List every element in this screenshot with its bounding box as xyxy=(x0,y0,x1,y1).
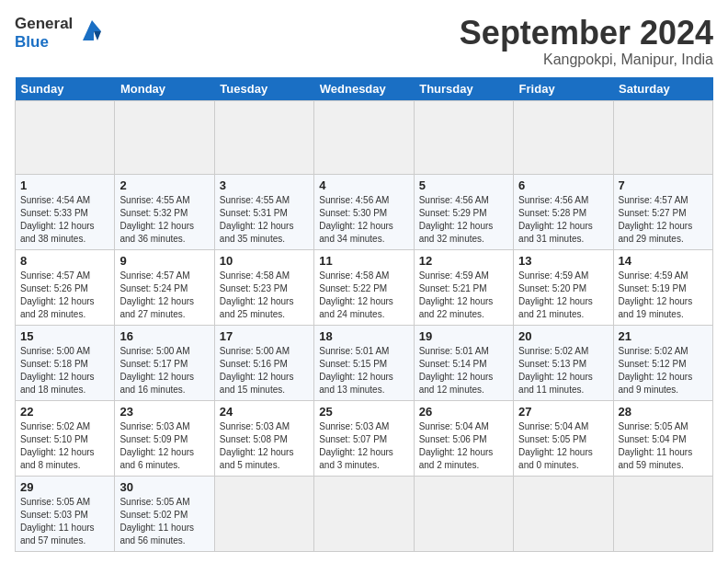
day-info: Sunrise: 4:59 AM Sunset: 5:20 PM Dayligh… xyxy=(518,270,608,321)
col-sunday: Sunday xyxy=(16,77,115,101)
calendar-cell xyxy=(613,100,712,174)
calendar-cell xyxy=(16,100,115,174)
logo-icon xyxy=(75,15,108,48)
day-number: 12 xyxy=(419,254,508,268)
day-info: Sunrise: 5:05 AM Sunset: 5:03 PM Dayligh… xyxy=(20,496,109,547)
day-info: Sunrise: 4:55 AM Sunset: 5:31 PM Dayligh… xyxy=(220,194,309,246)
svg-marker-1 xyxy=(94,31,101,40)
calendar-cell xyxy=(414,476,513,551)
day-number: 28 xyxy=(619,405,708,419)
day-number: 2 xyxy=(119,178,209,192)
day-number: 1 xyxy=(20,178,109,192)
day-info: Sunrise: 4:57 AM Sunset: 5:26 PM Dayligh… xyxy=(20,270,109,321)
calendar-cell: 1 Sunrise: 4:54 AM Sunset: 5:33 PM Dayli… xyxy=(16,174,115,249)
calendar: Sunday Monday Tuesday Wednesday Thursday… xyxy=(15,77,713,552)
calendar-cell: 8 Sunrise: 4:57 AM Sunset: 5:26 PM Dayli… xyxy=(16,249,115,325)
calendar-cell: 2 Sunrise: 4:55 AM Sunset: 5:32 PM Dayli… xyxy=(115,174,214,249)
day-number: 27 xyxy=(518,405,608,419)
calendar-cell: 12 Sunrise: 4:59 AM Sunset: 5:21 PM Dayl… xyxy=(414,249,513,325)
day-number: 8 xyxy=(20,254,109,268)
day-info: Sunrise: 5:03 AM Sunset: 5:07 PM Dayligh… xyxy=(319,420,408,472)
calendar-cell: 5 Sunrise: 4:56 AM Sunset: 5:29 PM Dayli… xyxy=(414,174,513,249)
calendar-cell: 28 Sunrise: 5:05 AM Sunset: 5:04 PM Dayl… xyxy=(613,400,712,476)
col-monday: Monday xyxy=(115,77,214,101)
day-number: 23 xyxy=(119,405,209,419)
calendar-cell: 13 Sunrise: 4:59 AM Sunset: 5:20 PM Dayl… xyxy=(514,249,613,325)
day-number: 26 xyxy=(419,405,508,419)
day-number: 13 xyxy=(518,254,608,268)
day-number: 4 xyxy=(319,178,408,192)
calendar-cell xyxy=(214,476,313,551)
day-info: Sunrise: 4:56 AM Sunset: 5:29 PM Dayligh… xyxy=(419,194,508,246)
calendar-cell: 30 Sunrise: 5:05 AM Sunset: 5:02 PM Dayl… xyxy=(115,476,214,551)
day-number: 10 xyxy=(220,254,309,268)
calendar-cell: 7 Sunrise: 4:57 AM Sunset: 5:27 PM Dayli… xyxy=(613,174,712,249)
day-number: 18 xyxy=(319,329,408,343)
day-info: Sunrise: 5:01 AM Sunset: 5:15 PM Dayligh… xyxy=(319,345,408,396)
day-info: Sunrise: 5:05 AM Sunset: 5:04 PM Dayligh… xyxy=(619,420,708,472)
day-info: Sunrise: 4:57 AM Sunset: 5:27 PM Dayligh… xyxy=(619,194,708,246)
day-number: 16 xyxy=(119,329,209,343)
day-number: 15 xyxy=(20,329,109,343)
calendar-cell: 6 Sunrise: 4:56 AM Sunset: 5:28 PM Dayli… xyxy=(514,174,613,249)
calendar-cell: 16 Sunrise: 5:00 AM Sunset: 5:17 PM Dayl… xyxy=(115,325,214,400)
logo-text-blue: Blue xyxy=(15,33,73,52)
day-info: Sunrise: 5:02 AM Sunset: 5:10 PM Dayligh… xyxy=(20,420,109,472)
col-wednesday: Wednesday xyxy=(314,77,414,101)
day-number: 30 xyxy=(119,480,209,494)
calendar-cell: 3 Sunrise: 4:55 AM Sunset: 5:31 PM Dayli… xyxy=(214,174,313,249)
calendar-cell: 20 Sunrise: 5:02 AM Sunset: 5:13 PM Dayl… xyxy=(514,325,613,400)
calendar-cell: 11 Sunrise: 4:58 AM Sunset: 5:22 PM Dayl… xyxy=(314,249,414,325)
day-info: Sunrise: 4:59 AM Sunset: 5:19 PM Dayligh… xyxy=(619,270,708,321)
calendar-cell xyxy=(613,476,712,551)
title-section: September 2024 Kangpokpi, Manipur, India xyxy=(460,15,713,68)
calendar-cell: 15 Sunrise: 5:00 AM Sunset: 5:18 PM Dayl… xyxy=(16,325,115,400)
calendar-cell: 17 Sunrise: 5:00 AM Sunset: 5:16 PM Dayl… xyxy=(214,325,313,400)
day-number: 6 xyxy=(518,178,608,192)
day-info: Sunrise: 5:00 AM Sunset: 5:16 PM Dayligh… xyxy=(220,345,309,396)
col-tuesday: Tuesday xyxy=(214,77,313,101)
header: General Blue September 2024 Kangpokpi, M… xyxy=(15,15,713,68)
day-info: Sunrise: 5:01 AM Sunset: 5:14 PM Dayligh… xyxy=(419,345,508,396)
calendar-cell: 19 Sunrise: 5:01 AM Sunset: 5:14 PM Dayl… xyxy=(414,325,513,400)
calendar-cell: 27 Sunrise: 5:04 AM Sunset: 5:05 PM Dayl… xyxy=(514,400,613,476)
calendar-cell xyxy=(514,100,613,174)
day-number: 17 xyxy=(220,329,309,343)
calendar-cell: 18 Sunrise: 5:01 AM Sunset: 5:15 PM Dayl… xyxy=(314,325,414,400)
day-info: Sunrise: 4:56 AM Sunset: 5:28 PM Dayligh… xyxy=(518,194,608,246)
day-info: Sunrise: 4:58 AM Sunset: 5:22 PM Dayligh… xyxy=(319,270,408,321)
calendar-cell: 23 Sunrise: 5:03 AM Sunset: 5:09 PM Dayl… xyxy=(115,400,214,476)
logo: General Blue xyxy=(15,15,108,51)
day-number: 25 xyxy=(319,405,408,419)
week-row-1 xyxy=(16,100,713,174)
day-number: 3 xyxy=(220,178,309,192)
col-saturday: Saturday xyxy=(613,77,712,101)
day-info: Sunrise: 5:05 AM Sunset: 5:02 PM Dayligh… xyxy=(119,496,209,547)
day-info: Sunrise: 4:58 AM Sunset: 5:23 PM Dayligh… xyxy=(220,270,309,321)
calendar-cell: 10 Sunrise: 4:58 AM Sunset: 5:23 PM Dayl… xyxy=(214,249,313,325)
day-number: 21 xyxy=(619,329,708,343)
page-container: General Blue September 2024 Kangpokpi, M… xyxy=(0,0,728,559)
calendar-cell xyxy=(214,100,313,174)
calendar-cell: 29 Sunrise: 5:05 AM Sunset: 5:03 PM Dayl… xyxy=(16,476,115,551)
calendar-cell: 24 Sunrise: 5:03 AM Sunset: 5:08 PM Dayl… xyxy=(214,400,313,476)
day-info: Sunrise: 5:04 AM Sunset: 5:05 PM Dayligh… xyxy=(518,420,608,472)
location: Kangpokpi, Manipur, India xyxy=(460,52,713,68)
calendar-cell: 21 Sunrise: 5:02 AM Sunset: 5:12 PM Dayl… xyxy=(613,325,712,400)
day-number: 9 xyxy=(119,254,209,268)
calendar-cell: 22 Sunrise: 5:02 AM Sunset: 5:10 PM Dayl… xyxy=(16,400,115,476)
calendar-cell xyxy=(314,100,414,174)
week-row-4: 15 Sunrise: 5:00 AM Sunset: 5:18 PM Dayl… xyxy=(16,325,713,400)
col-friday: Friday xyxy=(514,77,613,101)
week-row-6: 29 Sunrise: 5:05 AM Sunset: 5:03 PM Dayl… xyxy=(16,476,713,551)
day-info: Sunrise: 4:59 AM Sunset: 5:21 PM Dayligh… xyxy=(419,270,508,321)
day-info: Sunrise: 4:54 AM Sunset: 5:33 PM Dayligh… xyxy=(20,194,109,246)
calendar-cell xyxy=(514,476,613,551)
month-title: September 2024 xyxy=(460,15,713,52)
day-number: 22 xyxy=(20,405,109,419)
day-number: 19 xyxy=(419,329,508,343)
day-number: 29 xyxy=(20,480,109,494)
week-row-2: 1 Sunrise: 4:54 AM Sunset: 5:33 PM Dayli… xyxy=(16,174,713,249)
calendar-cell: 26 Sunrise: 5:04 AM Sunset: 5:06 PM Dayl… xyxy=(414,400,513,476)
calendar-header-row: Sunday Monday Tuesday Wednesday Thursday… xyxy=(16,77,713,101)
